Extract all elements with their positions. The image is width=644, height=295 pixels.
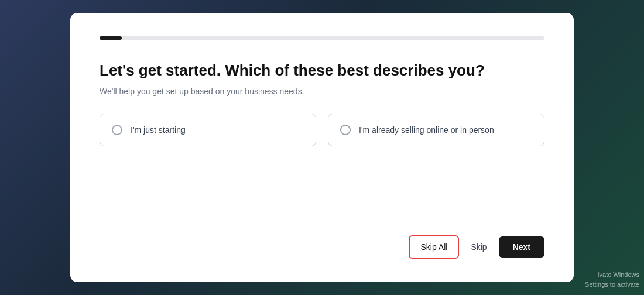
option-just-starting-label: I'm just starting (131, 125, 186, 135)
option-already-selling-label: I'm already selling online or in person (359, 125, 494, 135)
modal: Let's get started. Which of these best d… (70, 13, 574, 282)
skip-button[interactable]: Skip (464, 236, 494, 258)
question-title: Let's get started. Which of these best d… (100, 61, 544, 81)
progress-bar-fill (100, 36, 122, 40)
options-row: I'm just starting I'm already selling on… (100, 114, 544, 146)
option-already-selling[interactable]: I'm already selling online or in person (328, 114, 544, 146)
watermark-line1: ivate Windows (585, 270, 639, 280)
question-subtitle: We'll help you get set up based on your … (100, 87, 544, 96)
radio-already-selling[interactable] (340, 125, 351, 135)
progress-bar-container (100, 36, 544, 40)
next-button[interactable]: Next (499, 236, 544, 258)
option-just-starting[interactable]: I'm just starting (100, 114, 316, 146)
radio-just-starting[interactable] (112, 125, 122, 135)
skip-all-button[interactable]: Skip All (409, 235, 459, 259)
footer-actions: Skip All Skip Next (100, 235, 544, 259)
watermark-line2: Settings to activate (585, 280, 639, 290)
windows-watermark: ivate Windows Settings to activate (585, 270, 639, 290)
